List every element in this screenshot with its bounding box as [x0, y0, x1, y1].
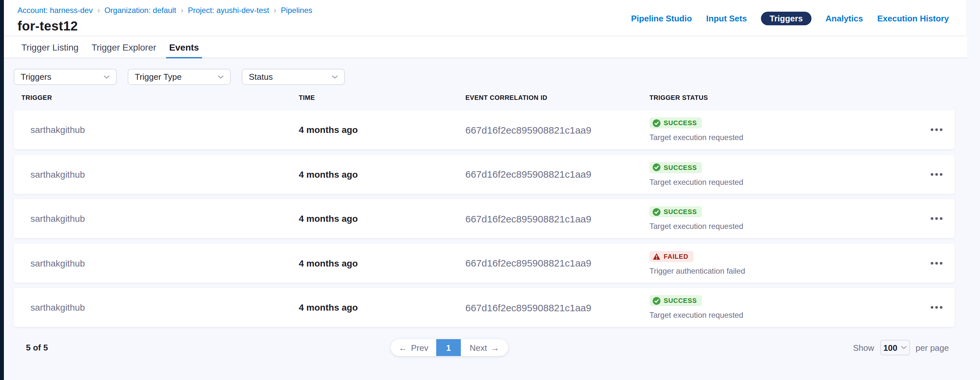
page-size-value: 100: [883, 343, 897, 353]
more-options-button[interactable]: [928, 169, 945, 179]
status-detail: Target execution requested: [649, 222, 918, 231]
trigger-status-cell: SUCCESS Target execution requested: [649, 162, 918, 187]
page-size-select[interactable]: 100: [880, 340, 910, 355]
breadcrumb-link[interactable]: Project: ayushi-dev-test: [188, 6, 269, 15]
nav-triggers[interactable]: Triggers: [761, 12, 811, 25]
status-label: SUCCESS: [664, 297, 697, 304]
ellipsis-icon: [931, 306, 933, 309]
more-options-button[interactable]: [928, 302, 945, 313]
event-correlation-id: 667d16f2ec895908821c1aa9: [465, 169, 649, 180]
tab-trigger-listing[interactable]: Trigger Listing: [21, 36, 78, 58]
table-header-row: TRIGGERTIMEEVENT CORRELATION IDTRIGGER S…: [14, 93, 955, 102]
more-options-button[interactable]: [928, 125, 945, 135]
more-options-button[interactable]: [928, 258, 945, 268]
next-label: Next: [469, 343, 487, 353]
table-footer: 5 of 5 ← Prev 1 Next → Show 100: [14, 339, 970, 356]
column-header-trigger-status: TRIGGER STATUS: [649, 93, 918, 102]
trigger-status-cell: SUCCESS Target execution requested: [649, 295, 918, 320]
filter-label: Triggers: [21, 72, 51, 82]
current-page-button[interactable]: 1: [436, 339, 461, 356]
breadcrumb-link[interactable]: Account: harness-dev: [18, 6, 93, 15]
pagination: ← Prev 1 Next →: [391, 339, 508, 356]
per-page-label: per page: [915, 343, 949, 353]
event-time: 4 months ago: [299, 125, 465, 135]
events-table-body: sarthakgithub 4 months ago 667d16f2ec895…: [14, 110, 980, 327]
event-time: 4 months ago: [299, 213, 465, 224]
filter-bar: Triggers Trigger Type Status: [14, 69, 980, 85]
status-badge: SUCCESS: [649, 295, 702, 306]
success-check-icon: [653, 297, 660, 305]
nav-pipeline-studio[interactable]: Pipeline Studio: [631, 13, 692, 24]
status-badge: SUCCESS: [649, 206, 702, 217]
status-detail: Target execution requested: [649, 311, 918, 320]
warning-triangle-icon: [653, 252, 660, 260]
trigger-name: sarthakgithub: [21, 125, 299, 135]
table-row: sarthakgithub 4 months ago 667d16f2ec895…: [14, 288, 955, 327]
event-correlation-id: 667d16f2ec895908821c1aa9: [465, 124, 649, 135]
results-range: 5 of 5: [26, 343, 48, 353]
trigger-name: sarthakgithub: [21, 213, 299, 224]
trigger-status-cell: SUCCESS Target execution requested: [649, 206, 918, 231]
column-header-time: TIME: [299, 93, 465, 102]
breadcrumb-separator-icon: ›: [274, 6, 276, 15]
success-check-icon: [653, 208, 660, 216]
event-correlation-id: 667d16f2ec895908821c1aa9: [465, 257, 649, 268]
nav-analytics[interactable]: Analytics: [826, 13, 863, 24]
status-label: FAILED: [664, 252, 688, 260]
trigger-status-cell: SUCCESS Target execution requested: [649, 117, 918, 142]
breadcrumb-link[interactable]: Organization: default: [104, 6, 176, 15]
ellipsis-icon: [931, 128, 933, 131]
tab-trigger-explorer[interactable]: Trigger Explorer: [91, 36, 156, 58]
event-time: 4 months ago: [299, 258, 465, 268]
trigger-name: sarthakgithub: [21, 302, 299, 313]
page-size-control: Show 100 per page: [853, 340, 949, 355]
tab-events[interactable]: Events: [169, 36, 199, 58]
breadcrumb-link[interactable]: Pipelines: [281, 6, 312, 15]
table-row: sarthakgithub 4 months ago 667d16f2ec895…: [14, 199, 955, 238]
filter-label: Status: [249, 72, 273, 82]
chevron-down-icon: [218, 75, 224, 79]
trigger-name: sarthakgithub: [21, 258, 299, 268]
status-detail: Target execution requested: [649, 177, 918, 187]
filter-trigger-type-select[interactable]: Trigger Type: [128, 69, 231, 85]
success-check-icon: [653, 163, 660, 171]
trigger-status-cell: FAILED Trigger authentication failed: [649, 251, 918, 275]
events-content: Triggers Trigger Type Status TRIGGERTIME…: [4, 58, 980, 356]
status-detail: Target execution requested: [649, 133, 918, 142]
chevron-down-icon: [332, 75, 338, 79]
tabs-bar: Trigger ListingTrigger ExplorerEvents: [4, 36, 967, 58]
filter-status-select[interactable]: Status: [242, 69, 345, 85]
nav-execution-history[interactable]: Execution History: [877, 13, 949, 24]
event-correlation-id: 667d16f2ec895908821c1aa9: [465, 302, 649, 313]
prev-page-button[interactable]: ← Prev: [391, 339, 436, 356]
status-badge: FAILED: [649, 251, 694, 262]
status-badge: SUCCESS: [649, 117, 702, 128]
table-row: sarthakgithub 4 months ago 667d16f2ec895…: [14, 110, 955, 149]
arrow-left-icon: ←: [399, 343, 407, 353]
nav-input-sets[interactable]: Input Sets: [706, 13, 747, 24]
status-label: SUCCESS: [664, 119, 697, 126]
trigger-name: sarthakgithub: [21, 169, 299, 179]
next-page-button[interactable]: Next →: [461, 339, 508, 356]
success-check-icon: [653, 119, 660, 127]
breadcrumb-separator-icon: ›: [97, 6, 100, 15]
app-window: Account: harness-dev›Organization: defau…: [0, 0, 980, 380]
event-correlation-id: 667d16f2ec895908821c1aa9: [465, 213, 649, 224]
more-options-button[interactable]: [928, 213, 945, 224]
page-header: Account: harness-dev›Organization: defau…: [4, 0, 966, 36]
status-badge: SUCCESS: [649, 162, 702, 173]
column-header-event-correlation-id: EVENT CORRELATION ID: [465, 93, 649, 102]
status-label: SUCCESS: [664, 164, 697, 171]
column-header-trigger: TRIGGER: [21, 93, 299, 102]
table-row: sarthakgithub 4 months ago 667d16f2ec895…: [14, 244, 955, 283]
status-detail: Trigger authentication failed: [649, 266, 918, 275]
pipeline-top-nav: Pipeline StudioInput SetsTriggersAnalyti…: [631, 12, 949, 25]
chevron-down-icon: [900, 346, 907, 350]
collapsed-sidebar-strip: [0, 0, 4, 380]
show-label: Show: [853, 343, 874, 353]
chevron-down-icon: [104, 75, 110, 79]
event-time: 4 months ago: [299, 169, 465, 179]
table-row: sarthakgithub 4 months ago 667d16f2ec895…: [14, 155, 955, 193]
filter-triggers-select[interactable]: Triggers: [14, 69, 117, 85]
breadcrumb-separator-icon: ›: [181, 6, 183, 15]
